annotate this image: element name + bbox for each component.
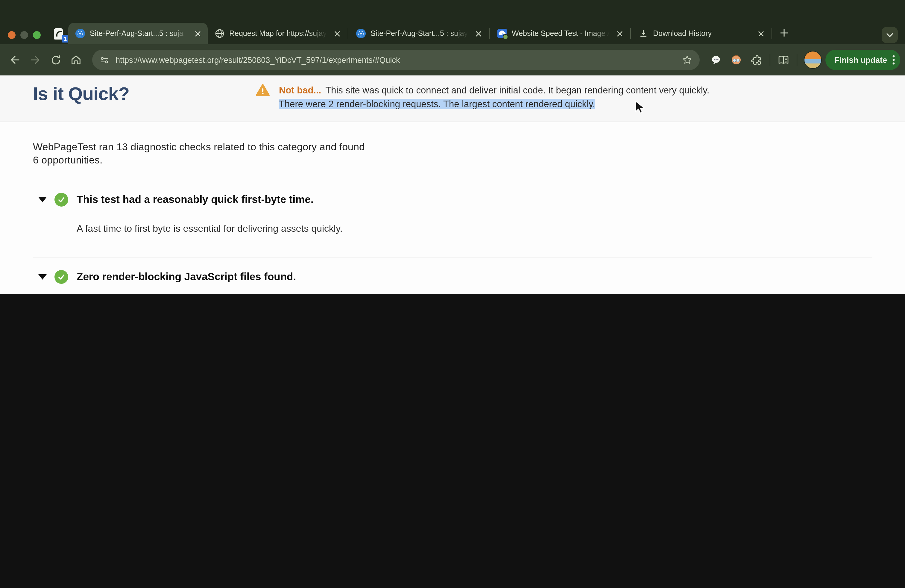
pinned-tab-badge: 1 [62, 35, 69, 43]
diagnostics-content: WebPageTest ran 13 diagnostic checks rel… [0, 141, 905, 294]
finish-update-label: Finish update [835, 56, 888, 64]
download-favicon-icon [639, 29, 648, 38]
summary-line-1: Not bad...This site was quick to connect… [279, 83, 709, 97]
intro-text: WebPageTest ran 13 diagnostic checks rel… [33, 141, 373, 167]
window-close-button[interactable] [8, 31, 16, 39]
tab-bar: 1 Site-Perf-Aug-Start...5 : suja Request… [0, 0, 905, 44]
tab-site-perf-1[interactable]: Site-Perf-Aug-Start...5 : suja [68, 23, 208, 44]
browser-window: 1 Site-Perf-Aug-Start...5 : suja Request… [0, 0, 905, 294]
tab-separator [772, 28, 772, 39]
window-zoom-button[interactable] [33, 31, 41, 39]
tab-title: Site-Perf-Aug-Start...5 : sujay [370, 29, 468, 38]
browser-menu-icon [892, 55, 895, 65]
pass-check-icon [54, 193, 68, 207]
extension-avatar-icon[interactable] [726, 50, 747, 70]
tab-separator [489, 28, 490, 39]
tab-status-dot [503, 34, 508, 40]
tab-title: Request Map for https://sujay [229, 29, 327, 38]
site-settings-icon[interactable] [99, 55, 110, 65]
blue-circle-favicon-icon [75, 29, 85, 38]
toolbar-divider [770, 54, 771, 66]
collapse-caret-icon[interactable] [38, 197, 47, 202]
blue-circle-favicon-icon [356, 29, 366, 38]
tab-title: Site-Perf-Aug-Start...5 : suja [90, 29, 187, 38]
extensions-puzzle-icon[interactable] [747, 50, 767, 70]
reading-list-icon[interactable] [773, 50, 794, 70]
check-description: A fast time to first byte is essential f… [76, 222, 849, 235]
url-text[interactable]: https://www.webpagetest.org/result/25080… [116, 56, 676, 64]
check-first-byte: This test had a reasonably quick first-b… [33, 194, 872, 235]
tab-website-speed-test[interactable]: Website Speed Test - Image A [490, 23, 630, 44]
tab-strip: Site-Perf-Aug-Start...5 : suja Request M… [68, 21, 792, 44]
pinned-tab[interactable]: 1 [54, 28, 67, 41]
check-render-blocking-js: Zero render-blocking JavaScript files fo… [33, 271, 872, 294]
toolbar-divider [797, 54, 797, 66]
extension-speech-bubble-icon[interactable] [706, 50, 726, 70]
new-tab-button[interactable] [776, 25, 792, 41]
home-button[interactable] [66, 50, 86, 70]
check-title[interactable]: This test had a reasonably quick first-b… [76, 194, 872, 206]
summary-line-2: There were 2 render-blocking requests. T… [279, 97, 709, 111]
tab-close-icon[interactable] [332, 28, 342, 39]
page-header: Is it Quick? Not bad...This site was qui… [0, 75, 905, 122]
tab-title: Download History [653, 29, 751, 38]
tab-search-button[interactable] [882, 27, 898, 43]
tab-separator [348, 28, 348, 39]
reload-button[interactable] [46, 50, 66, 70]
section-divider [33, 257, 872, 257]
browser-toolbar: https://www.webpagetest.org/result/25080… [0, 44, 905, 75]
selected-text: There were 2 render-blocking requests. T… [279, 99, 595, 109]
tab-site-perf-2[interactable]: Site-Perf-Aug-Start...5 : sujay [349, 23, 488, 44]
grade-summary: Not bad...This site was quick to connect… [256, 83, 709, 111]
verdict-label: Not bad... [279, 85, 321, 95]
profile-avatar[interactable] [804, 51, 822, 69]
check-title[interactable]: Zero render-blocking JavaScript files fo… [76, 271, 872, 283]
tab-close-icon[interactable] [614, 28, 625, 39]
collapse-caret-icon[interactable] [38, 274, 47, 280]
url-bar[interactable]: https://www.webpagetest.org/result/25080… [92, 50, 700, 70]
page-title: Is it Quick? [33, 83, 129, 105]
tab-download-history[interactable]: Download History [632, 23, 771, 44]
window-minimize-button[interactable] [21, 31, 28, 39]
tab-close-icon[interactable] [192, 28, 203, 39]
back-button[interactable] [5, 50, 25, 70]
tab-close-icon[interactable] [755, 28, 766, 39]
globe-favicon-icon [215, 29, 224, 38]
tab-separator [630, 28, 631, 39]
tab-request-map[interactable]: Request Map for https://sujay [208, 23, 347, 44]
pass-check-icon [54, 270, 68, 284]
tab-close-icon[interactable] [473, 28, 484, 39]
forward-button[interactable] [25, 50, 46, 70]
tab-title: Website Speed Test - Image A [512, 29, 609, 38]
warning-triangle-icon [256, 83, 270, 111]
webpagetest-favicon-icon [497, 29, 507, 38]
finish-update-button[interactable]: Finish update [826, 50, 900, 70]
window-controls [8, 31, 41, 39]
bookmark-star-icon[interactable] [682, 54, 693, 65]
